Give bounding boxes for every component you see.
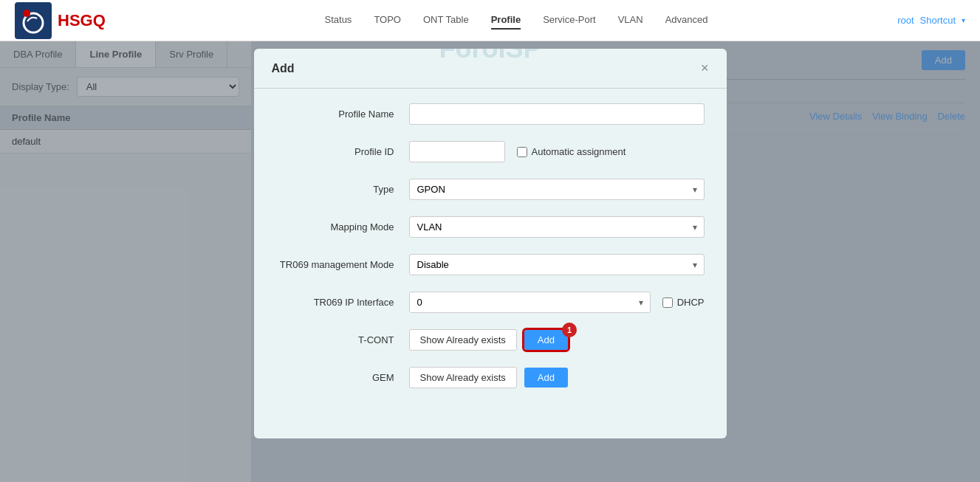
profile-id-label: Profile ID [276,146,409,157]
main-content: DBA Profile Line Profile Srv Profile Dis… [0,41,980,482]
tcont-add-badge-wrapper: Add 1 [524,330,568,350]
modal-close-button[interactable]: × [701,61,709,76]
nav-shortcut[interactable]: Shortcut [920,15,956,26]
mapping-mode-select[interactable]: VLAN GEM Port Priority [409,216,705,238]
dhcp-label: DHCP [677,297,705,308]
gem-controls: Show Already exists Add [409,367,705,388]
tcont-show-exists-button[interactable]: Show Already exists [409,329,517,351]
profile-name-input[interactable] [409,103,705,125]
logo-text: HSGQ [58,11,106,30]
nav-user: root [897,15,914,26]
mapping-mode-row: Mapping Mode VLAN GEM Port Priority [276,216,705,238]
modal-title: Add [272,62,295,75]
profile-name-row: Profile Name [276,103,705,125]
nav-profile[interactable]: Profile [491,11,521,30]
profile-id-row: Profile ID Automatic assignment [276,141,705,162]
id-row: Automatic assignment [409,141,705,162]
tcont-badge: 1 [562,323,577,337]
automatic-assignment-label: Automatic assignment [532,146,626,157]
modal-dialog: ForoISP Add × Profile Name Profile ID [254,49,727,438]
tr069-ip-row: TR069 IP Interface 0 1 2 DHCP [276,292,705,313]
type-select-wrapper: GPON EPON XGS-PON [409,179,705,200]
modal-header: Add × [254,49,727,89]
svg-point-2 [23,10,30,17]
tr069-ip-select[interactable]: 0 1 2 [409,292,651,313]
nav-service-port[interactable]: Service-Port [543,11,596,30]
tr069-mode-select-wrapper: Disable Enable [409,254,705,275]
tr069-mode-select[interactable]: Disable Enable [409,254,705,275]
automatic-assignment-checkbox-label[interactable]: Automatic assignment [517,146,626,157]
nav-right: root Shortcut ▾ [897,15,965,26]
tcont-row: T-CONT Show Already exists Add 1 [276,329,705,351]
chevron-down-icon[interactable]: ▾ [962,16,965,24]
gem-show-exists-button[interactable]: Show Already exists [409,367,517,388]
nav-topo[interactable]: TOPO [374,11,401,30]
nav-links: Status TOPO ONT Table Profile Service-Po… [135,11,897,30]
nav-advanced[interactable]: Advanced [665,11,708,30]
modal-overlay: ForoISP Add × Profile Name Profile ID [0,41,980,482]
mapping-mode-label: Mapping Mode [276,221,409,233]
dhcp-checkbox-label[interactable]: DHCP [662,297,705,308]
tr069-mode-label: TR069 management Mode [276,259,409,270]
tcont-add-button[interactable]: Add [524,330,568,350]
tr069-ip-select-wrapper: 0 1 2 [409,292,651,313]
nav-status[interactable]: Status [325,11,352,30]
dhcp-checkbox[interactable] [662,297,673,308]
top-nav: HSGQ Status TOPO ONT Table Profile Servi… [0,0,980,41]
tcont-label: T-CONT [276,334,409,345]
logo-icon [15,2,52,39]
automatic-assignment-checkbox[interactable] [517,147,527,157]
gem-label: GEM [276,372,409,383]
type-row: Type GPON EPON XGS-PON [276,179,705,200]
tr069-ip-id-row: 0 1 2 DHCP [409,292,705,313]
tr069-mode-row: TR069 management Mode Disable Enable [276,254,705,275]
modal-body: Profile Name Profile ID Automatic assign… [254,89,727,419]
profile-name-label: Profile Name [276,109,409,120]
profile-id-input[interactable] [409,141,505,162]
tcont-controls: Show Already exists Add 1 [409,329,705,351]
gem-row: GEM Show Already exists Add [276,367,705,388]
gem-add-button[interactable]: Add [524,368,568,388]
nav-ont-table[interactable]: ONT Table [423,11,469,30]
tr069-ip-label: TR069 IP Interface [276,297,409,308]
nav-vlan[interactable]: VLAN [618,11,643,30]
type-label: Type [276,184,409,195]
mapping-mode-select-wrapper: VLAN GEM Port Priority [409,216,705,238]
type-select[interactable]: GPON EPON XGS-PON [409,179,705,200]
logo-area: HSGQ [15,2,106,39]
